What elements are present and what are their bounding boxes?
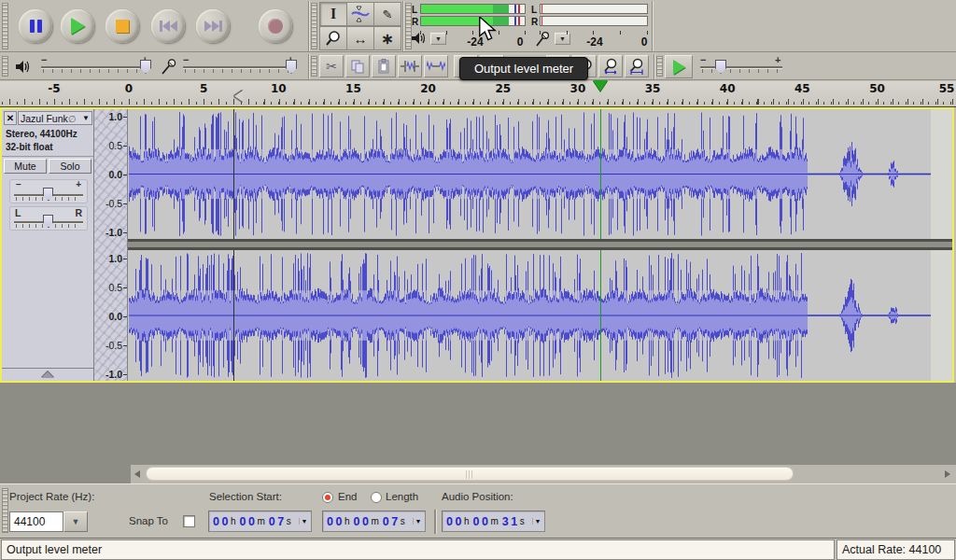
fit-selection-icon <box>601 58 620 75</box>
pan-slider[interactable]: L R <box>9 206 88 231</box>
cut-button[interactable]: ✂ <box>319 55 344 77</box>
selection-start-timefield[interactable]: 00h00m07s▼ <box>208 511 312 532</box>
pause-button[interactable] <box>19 9 52 43</box>
skip-to-start-button[interactable] <box>151 9 185 43</box>
envelope-icon <box>350 5 371 23</box>
output-meter-bar-left[interactable] <box>420 4 526 14</box>
skip-to-start-icon <box>160 21 177 32</box>
vertical-scale-label: 1.0 <box>108 111 122 122</box>
panel-divider <box>2 156 93 157</box>
asterisk-icon: ∗ <box>381 30 393 48</box>
waveform-area <box>128 109 952 381</box>
selection-tool-button[interactable]: I <box>319 2 347 26</box>
input-meter-bar-left[interactable] <box>540 4 648 14</box>
input-volume-slider[interactable] <box>183 66 295 68</box>
vertical-scale-tick <box>123 232 127 233</box>
vertical-scale-tick <box>123 287 127 288</box>
pencil-icon: ✎ <box>383 7 393 21</box>
mouse-cursor <box>478 17 497 41</box>
vertical-scale-tick <box>123 203 127 204</box>
stop-button[interactable] <box>105 9 139 43</box>
end-radio-label: End <box>338 491 357 502</box>
zoom-tool-button[interactable] <box>319 26 347 50</box>
output-meter-bar-right[interactable] <box>420 16 526 26</box>
play-at-speed-button[interactable] <box>665 55 693 78</box>
gain-plus-label: + <box>76 179 81 189</box>
trim-audio-button[interactable] <box>398 55 422 77</box>
skip-to-end-icon <box>204 21 222 32</box>
snap-to-checkbox[interactable] <box>183 515 195 527</box>
solo-button[interactable]: Solo <box>49 159 91 174</box>
vertical-scale-tick <box>123 345 127 346</box>
ruler-label: 25 <box>495 82 511 95</box>
trim-icon <box>401 59 419 74</box>
ruler-cursor-marker[interactable] <box>234 91 243 102</box>
input-meter-scale-ticks <box>540 31 648 35</box>
selection-end-timefield[interactable]: 00h00m07s▼ <box>322 511 426 532</box>
selection-bar-separator <box>434 510 436 534</box>
skip-to-end-button[interactable] <box>196 9 230 43</box>
playback-speed-slider[interactable] <box>700 66 782 68</box>
output-volume-ticks <box>43 69 149 73</box>
output-volume-icon <box>15 60 32 74</box>
chevron-down-icon[interactable]: ▼ <box>413 518 423 525</box>
audio-track: ✕ Jazul Funk∅▼ Stereo, 44100Hz 32-bit fl… <box>0 107 954 383</box>
vertical-scale-label: 0.5 <box>108 140 122 151</box>
input-meter-bar-right[interactable] <box>540 16 648 26</box>
fit-selection-button[interactable] <box>598 55 623 77</box>
actual-rate-status: Actual Rate: 44100 <box>836 539 955 560</box>
play-button[interactable] <box>61 9 94 43</box>
gain-slider[interactable]: − + <box>9 179 88 203</box>
chevron-down-icon[interactable]: ▼ <box>299 518 309 525</box>
track-close-button[interactable]: ✕ <box>4 111 17 125</box>
scroll-right-arrow[interactable] <box>945 470 950 478</box>
copy-button[interactable] <box>345 55 370 77</box>
envelope-tool-button[interactable] <box>346 2 374 26</box>
tools-toolbar-grip[interactable] <box>311 3 317 49</box>
track-collapse-button[interactable] <box>2 368 93 381</box>
fit-project-button[interactable] <box>625 55 649 77</box>
ibeam-icon: I <box>330 6 336 22</box>
volume-minus-label: − <box>41 54 47 65</box>
timeline-ruler[interactable]: -50510152025303540455055 <box>0 81 956 107</box>
transcription-toolbar-grip[interactable] <box>656 56 663 77</box>
playback-position-marker[interactable] <box>593 80 608 91</box>
input-meter-scale-low: -24 <box>586 35 602 49</box>
record-button[interactable] <box>259 9 292 43</box>
silence-audio-button[interactable] <box>424 55 448 77</box>
project-rate-dropdown[interactable]: ▼ <box>63 511 88 532</box>
vertical-scale-ruler[interactable]: 1.00.50.0-0.5-1.01.00.50.0-0.5-1.0 <box>94 109 128 381</box>
ruler-label: 50 <box>869 82 885 95</box>
mixer-toolbar-grip[interactable] <box>2 56 8 77</box>
waveform-channel-left[interactable] <box>128 109 952 239</box>
scrollbar-thumb[interactable] <box>146 467 794 481</box>
toolbar-separator <box>402 1 403 51</box>
scroll-left-arrow[interactable] <box>134 470 140 478</box>
chevron-down-icon[interactable]: ▼ <box>532 518 542 525</box>
draw-tool-button[interactable]: ✎ <box>373 2 401 26</box>
snap-to-label: Snap To <box>129 515 168 526</box>
pan-right-label: R <box>75 207 82 218</box>
track-title-menu[interactable]: Jazul Funk∅▼ <box>18 111 92 125</box>
transport-toolbar-grip[interactable] <box>2 3 8 49</box>
input-meter-scale-zero: 0 <box>641 35 648 49</box>
output-meter-left-label: L <box>412 5 417 15</box>
status-message: Output level meter <box>1 539 835 560</box>
end-radio[interactable] <box>322 492 333 503</box>
timeshift-tool-button[interactable]: ↔ <box>346 26 374 50</box>
audio-position-timefield[interactable]: 00h00m31s▼ <box>442 511 545 532</box>
play-icon <box>71 18 85 35</box>
output-volume-slider[interactable] <box>41 66 151 68</box>
paste-button[interactable] <box>372 55 396 77</box>
horizontal-scrollbar[interactable] <box>131 465 956 483</box>
selection-toolbar-grip[interactable] <box>2 488 8 533</box>
multi-tool-button[interactable]: ∗ <box>373 26 401 50</box>
project-rate-value[interactable]: 44100 <box>9 511 63 532</box>
edit-toolbar-grip[interactable] <box>311 56 317 77</box>
gain-minus-label: − <box>16 179 21 189</box>
channel-divider[interactable] <box>128 239 952 250</box>
waveform-channel-right[interactable] <box>128 250 952 381</box>
length-radio[interactable] <box>371 492 382 503</box>
vertical-scale-label: 0.0 <box>108 311 122 322</box>
mute-button[interactable]: Mute <box>4 159 47 174</box>
